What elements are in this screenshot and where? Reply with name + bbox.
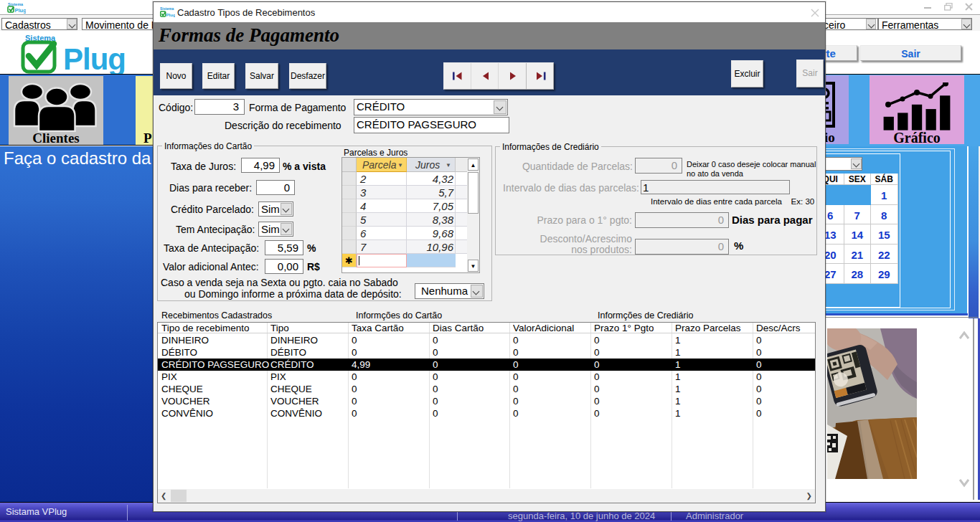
svg-text:Sistema: Sistema	[8, 2, 24, 6]
svg-text:Plug: Plug	[15, 7, 27, 14]
svg-text:Sistema: Sistema	[160, 6, 174, 11]
svg-text:Plug: Plug	[166, 13, 175, 17]
